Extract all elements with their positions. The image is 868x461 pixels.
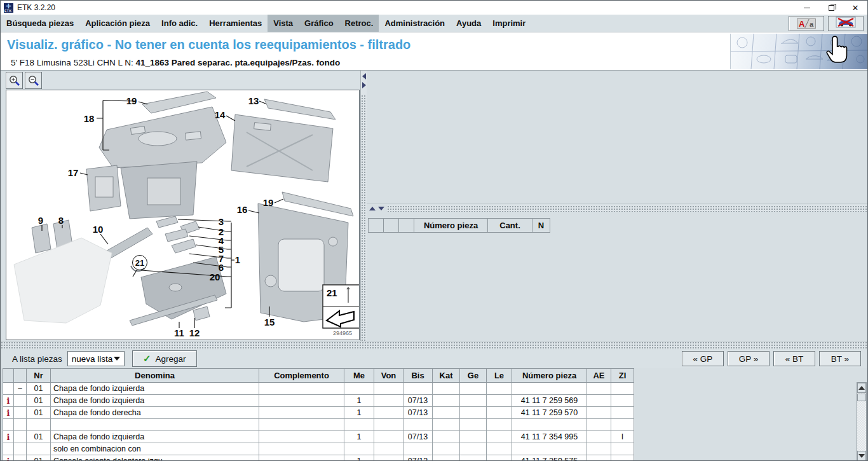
cell-von[interactable] [374,383,403,395]
menu-item-b-squeda-piezas[interactable]: Búsqueda piezas [1,15,79,32]
cell-den[interactable]: Chapa de fondo derecha [51,407,259,419]
menu-item-retroc-[interactable]: Retroc. [339,15,379,32]
collapse-up-icon[interactable] [369,207,376,210]
zoom-out-button[interactable] [25,72,42,89]
cell-me[interactable]: 1 [344,395,374,407]
parts-col-ge[interactable]: Ge [460,369,487,383]
cell-nr[interactable]: 01 [27,395,51,407]
menu-item-herramientas[interactable]: Herramientas [203,15,268,32]
collapse-down-icon[interactable] [378,207,384,210]
detail-col-1[interactable] [384,219,399,233]
cell-comp[interactable] [259,383,344,395]
cell-ge[interactable] [460,383,487,395]
diagram-callout-15[interactable]: 15 [264,317,275,327]
diagram-callout-17[interactable]: 17 [68,168,79,177]
menu-item-ayuda[interactable]: Ayuda [451,15,487,32]
cell-num[interactable]: 41 11 7 259 570 [512,407,587,419]
diagram-callout-11[interactable]: 11 [174,328,184,338]
table-row[interactable] [3,419,634,431]
parts-col-denomina[interactable]: Denomina [51,369,259,383]
cell-von[interactable] [374,431,403,443]
cell-le[interactable] [487,455,512,461]
cell-bis[interactable] [403,383,433,395]
cell-me[interactable] [344,383,374,395]
cell-icon[interactable] [3,419,14,431]
diagram-callout-19[interactable]: 19 [126,96,137,106]
menu-item-vista[interactable]: Vista [268,15,299,32]
cell-num[interactable] [512,419,587,431]
table-row[interactable]: i01Chapa de fondo derecha107/1341 11 7 2… [3,407,634,419]
cell-kat[interactable] [433,395,460,407]
cell-den[interactable]: solo en combinacion con [51,443,259,455]
cell-nr[interactable] [27,419,51,431]
cell-me[interactable]: 1 [344,455,374,461]
parts-col-von[interactable]: Von [374,369,403,383]
cell-ae[interactable] [587,431,611,443]
cell-comp[interactable] [259,407,344,419]
cell-kat[interactable] [433,431,460,443]
diagram-callout-10[interactable]: 10 [93,224,104,234]
cell-ge[interactable] [460,407,487,419]
diagram-callout-3[interactable]: 3 [219,217,224,226]
cell-me[interactable]: 1 [344,407,374,419]
maximize-button[interactable] [819,1,843,15]
parts-col-zi[interactable]: ZI [611,369,634,383]
cell-comp[interactable] [259,443,344,455]
cell-num[interactable]: 41 11 7 354 995 [512,431,587,443]
add-button[interactable]: ✓ Agregar [132,350,197,367]
scroll-down-button[interactable] [857,451,866,461]
parts-diagram[interactable]: 19181713141916981032457162021151112 21 2… [6,90,360,340]
detail-col-n-mero-pieza[interactable]: Número pieza [414,219,488,233]
collapse-right-icon[interactable] [362,82,366,88]
nav-button-gp-prev[interactable]: « GP [682,351,724,366]
cell-den[interactable]: Chapa de fondo izquierda [51,395,259,407]
cell-nr[interactable]: 01 [27,407,51,419]
diagram-callout-12[interactable]: 12 [189,328,200,338]
menu-item-imprimir[interactable]: Imprimir [487,15,531,32]
table-row[interactable]: i01Chapa de fondo izquierda107/1341 11 7… [3,431,634,443]
diagram-callout-14[interactable]: 14 [215,110,226,120]
cell-me[interactable] [344,419,374,431]
cell-ae[interactable] [587,443,611,455]
scrollbar-thumb[interactable] [857,394,866,401]
parts-list-select[interactable]: nueva lista [67,351,125,366]
cell-zi[interactable] [611,419,634,431]
cell-ge[interactable] [460,443,487,455]
zoom-in-button[interactable] [6,72,23,89]
detail-col-2[interactable] [399,219,414,233]
parts-col-bis[interactable]: Bis [403,369,433,383]
cell-den[interactable]: Chapa de fondo izquierda [51,383,259,395]
table-row[interactable]: i01Consola asiento delantero izqu107/134… [3,455,634,461]
parts-col-0[interactable] [3,369,14,383]
cell-comp[interactable] [259,419,344,431]
font-size-button[interactable]: A a [789,16,824,31]
cell-kat[interactable] [433,443,460,455]
cell-bis[interactable]: 07/13 [403,407,433,419]
cell-kat[interactable] [433,419,460,431]
cell-icon[interactable]: i [3,395,14,407]
parts-col-nr[interactable]: Nr [27,369,51,383]
cell-kat[interactable] [433,407,460,419]
diagram-callout-6[interactable]: 6 [219,263,224,272]
cell-le[interactable] [487,431,512,443]
cell-exp[interactable] [14,407,27,419]
detail-col-n[interactable]: N [532,219,550,233]
table-row[interactable]: −01Chapa de fondo izquierda [3,383,634,395]
cell-le[interactable] [487,419,512,431]
cell-ae[interactable] [587,383,611,395]
cell-von[interactable] [374,419,403,431]
cell-bis[interactable]: 07/13 [403,395,433,407]
menu-item-info-adic-[interactable]: Info adic. [156,15,203,32]
cell-exp[interactable] [14,455,27,461]
cell-exp[interactable] [14,443,27,455]
diagram-callout-9[interactable]: 9 [38,216,43,225]
cell-bis[interactable]: 07/13 [403,431,433,443]
cell-zi[interactable] [611,395,634,407]
diagram-callout-1[interactable]: 1 [235,255,240,265]
cell-comp[interactable] [259,395,344,407]
cell-icon[interactable]: i [3,431,14,443]
cell-ae[interactable] [587,419,611,431]
cell-ge[interactable] [460,431,487,443]
cell-zi[interactable] [611,455,634,461]
nav-button-bt-prev[interactable]: « BT [773,351,815,366]
